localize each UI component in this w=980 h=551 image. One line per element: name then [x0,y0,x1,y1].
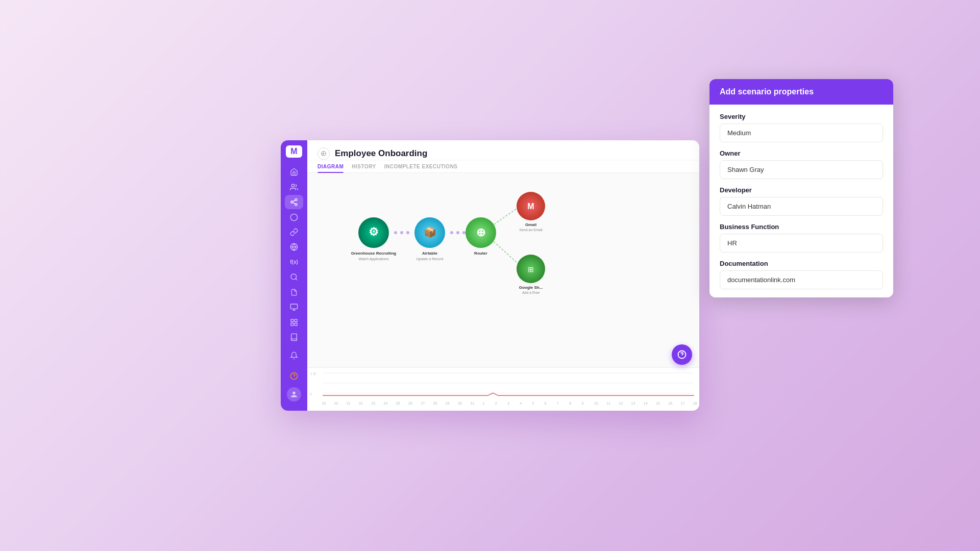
svg-text:📦: 📦 [424,226,436,238]
users-icon[interactable] [285,180,303,194]
svg-text:26: 26 [408,402,412,405]
svg-text:25: 25 [396,402,400,405]
app-logo: M [286,145,302,158]
field-group-developer: Developer [720,186,883,216]
scenario-panel: Add scenario properties Severity Owner D… [709,79,893,297]
svg-text:⊞: ⊞ [528,265,534,273]
field-group-owner: Owner [720,149,883,179]
svg-point-26 [462,231,465,234]
svg-text:30: 30 [458,402,462,405]
help-sidebar-icon[interactable] [285,367,303,385]
svg-text:19: 19 [322,402,326,405]
business-function-input[interactable] [720,234,883,253]
svg-point-25 [456,231,459,234]
severity-label: Severity [720,113,883,120]
svg-text:27: 27 [421,402,425,405]
link-icon[interactable] [285,225,303,239]
severity-input[interactable] [720,123,883,142]
share-icon[interactable] [285,195,303,209]
stack-icon[interactable] [285,300,303,314]
svg-rect-16 [291,323,293,325]
field-group-business-function: Business Function [720,223,883,253]
plant-icon[interactable] [285,210,303,224]
svg-line-28 [491,239,517,262]
svg-text:13: 13 [631,402,635,405]
back-button[interactable] [317,147,330,160]
svg-text:⚙: ⚙ [369,226,379,238]
tabs: DIAGRAM HISTORY INCOMPLETE EXECUTIONS [307,161,699,173]
developer-input[interactable] [720,197,883,216]
avatar-icon[interactable] [287,387,301,402]
search-icon[interactable] [285,270,303,284]
svg-text:23: 23 [371,402,375,405]
svg-line-5 [293,200,296,202]
book-icon[interactable] [285,331,303,344]
svg-text:Router: Router [474,251,487,256]
svg-text:15: 15 [656,402,660,405]
svg-text:10: 10 [594,402,598,405]
svg-text:Google Sh...: Google Sh... [519,285,543,290]
svg-text:1 B: 1 B [310,371,316,376]
svg-text:21: 21 [347,402,351,405]
svg-point-3 [295,204,297,206]
grid-icon[interactable] [285,315,303,329]
panel-title: Add scenario properties [720,87,814,96]
svg-text:Send an Email: Send an Email [519,228,543,232]
tab-incomplete-executions[interactable]: INCOMPLETE EXECUTIONS [384,164,458,172]
function-icon[interactable]: f(x) [285,255,303,269]
sidebar-bottom [285,346,303,406]
screen-container: M f(x) [281,140,699,411]
svg-text:31: 31 [470,402,474,405]
svg-text:1: 1 [483,402,485,405]
svg-rect-13 [291,319,293,322]
svg-text:11: 11 [606,402,610,405]
svg-text:4: 4 [520,402,522,405]
svg-text:20: 20 [334,402,338,405]
page-icon[interactable] [285,285,303,299]
svg-text:Airtable: Airtable [422,251,437,256]
svg-rect-14 [295,319,297,322]
svg-point-8 [291,274,297,280]
svg-text:6: 6 [545,402,547,405]
owner-input[interactable] [720,160,883,179]
svg-text:7: 7 [557,402,559,405]
svg-text:M: M [527,202,534,211]
svg-rect-10 [290,304,297,309]
svg-line-4 [293,203,296,204]
svg-text:⊕: ⊕ [476,226,485,239]
tab-diagram[interactable]: DIAGRAM [317,164,344,172]
page-title: Employee Onboarding [335,148,427,159]
svg-rect-15 [295,323,297,325]
svg-point-24 [450,231,453,234]
svg-text:Update a Record: Update a Record [416,257,444,261]
documentation-input[interactable] [720,270,883,289]
home-icon[interactable] [285,165,303,179]
panel-body: Severity Owner Developer Business Functi… [709,105,893,297]
bell-icon[interactable] [285,346,303,365]
header: Employee Onboarding [307,140,699,160]
globe-icon[interactable] [285,240,303,254]
svg-text:Watch Applications: Watch Applications [359,257,389,261]
svg-text:12: 12 [619,402,623,405]
svg-text:Gmail: Gmail [525,222,536,227]
svg-text:14: 14 [644,402,648,405]
diagram-area: ⚙ Greenhouse Recruiting Watch Applicatio… [307,173,699,411]
svg-text:Greenhouse Recruiting: Greenhouse Recruiting [351,251,397,256]
help-button[interactable] [672,344,692,365]
svg-text:28: 28 [433,402,437,405]
svg-point-1 [295,198,297,201]
svg-text:3: 3 [507,402,509,405]
svg-line-27 [491,209,517,227]
sidebar: M f(x) [281,140,307,411]
svg-text:22: 22 [359,402,363,405]
business-function-label: Business Function [720,223,883,231]
svg-point-22 [400,231,403,234]
owner-label: Owner [720,149,883,157]
svg-line-9 [296,279,297,281]
tab-history[interactable]: HISTORY [352,164,376,172]
svg-point-2 [291,201,293,203]
svg-text:2: 2 [495,402,497,405]
flow-diagram: ⚙ Greenhouse Recruiting Watch Applicatio… [328,188,583,300]
svg-text:16: 16 [668,402,672,405]
svg-point-21 [394,231,397,234]
